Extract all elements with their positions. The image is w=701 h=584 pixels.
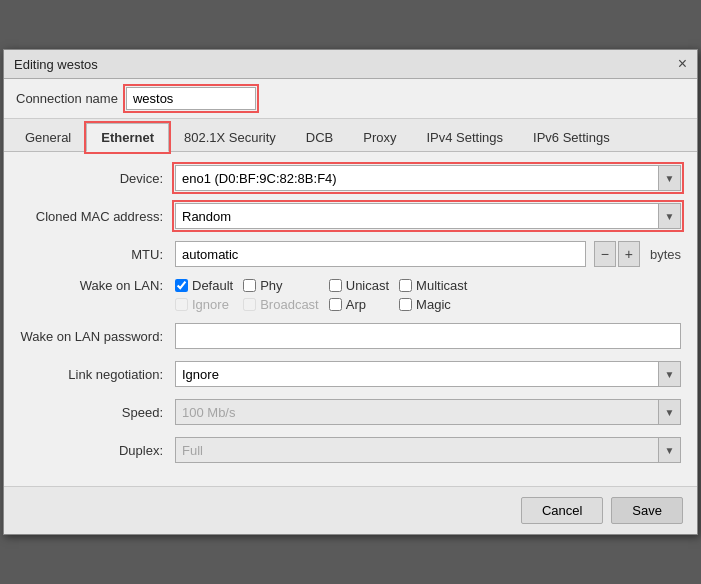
duplex-select-wrapper: Full Half ▼ xyxy=(175,437,681,463)
duplex-dropdown-btn: ▼ xyxy=(658,438,680,462)
save-button[interactable]: Save xyxy=(611,497,683,524)
wake-arp-checkbox[interactable] xyxy=(329,298,342,311)
wake-pass-row: Wake on LAN password: xyxy=(20,322,681,350)
mtu-buttons: − + xyxy=(594,241,640,267)
link-neg-label: Link negotiation: xyxy=(20,367,175,382)
mtu-control: − + bytes xyxy=(175,241,681,267)
speed-control: 100 Mb/s ▼ xyxy=(175,399,681,425)
wake-ignore-checkbox xyxy=(175,298,188,311)
speed-select-wrapper: 100 Mb/s ▼ xyxy=(175,399,681,425)
device-input-wrapper: ▼ xyxy=(175,165,681,191)
wake-multicast-checkbox[interactable] xyxy=(399,279,412,292)
wake-ignore-label: Ignore xyxy=(192,297,229,312)
wake-lan-label: Wake on LAN: xyxy=(20,278,175,293)
content-area: Device: ▼ Cloned MAC address: ▼ MTU: xyxy=(4,152,697,486)
speed-row: Speed: 100 Mb/s ▼ xyxy=(20,398,681,426)
wake-default-label: Default xyxy=(192,278,233,293)
bytes-label: bytes xyxy=(650,247,681,262)
wake-multicast: Multicast xyxy=(399,278,467,293)
tab-bar: General Ethernet 802.1X Security DCB Pro… xyxy=(4,119,697,152)
duplex-select: Full Half xyxy=(176,438,658,462)
wake-broadcast-label: Broadcast xyxy=(260,297,319,312)
tab-ipv6[interactable]: IPv6 Settings xyxy=(518,123,625,151)
speed-select: 100 Mb/s xyxy=(176,400,658,424)
wake-unicast-label: Unicast xyxy=(346,278,389,293)
connection-name-input[interactable] xyxy=(126,87,256,110)
wake-broadcast: Broadcast xyxy=(243,297,319,312)
title-bar: Editing westos × xyxy=(4,50,697,79)
cloned-mac-input-wrapper: ▼ xyxy=(175,203,681,229)
connection-name-row: Connection name xyxy=(4,79,697,119)
footer: Cancel Save xyxy=(4,486,697,534)
wake-default-checkbox[interactable] xyxy=(175,279,188,292)
duplex-control: Full Half ▼ xyxy=(175,437,681,463)
speed-label: Speed: xyxy=(20,405,175,420)
wake-checkboxes: Default Phy Unicast Multicast xyxy=(175,278,467,312)
tab-ethernet[interactable]: Ethernet xyxy=(86,123,169,152)
device-label: Device: xyxy=(20,171,175,186)
mtu-input-wrapper xyxy=(175,241,586,267)
wake-default: Default xyxy=(175,278,233,293)
dialog: Editing westos × Connection name General… xyxy=(3,49,698,535)
cloned-mac-label: Cloned MAC address: xyxy=(20,209,175,224)
wake-lan-control: Default Phy Unicast Multicast xyxy=(175,278,681,312)
wake-broadcast-checkbox xyxy=(243,298,256,311)
wake-arp-label: Arp xyxy=(346,297,366,312)
wake-pass-input[interactable] xyxy=(175,323,681,349)
device-row: Device: ▼ xyxy=(20,164,681,192)
wake-phy: Phy xyxy=(243,278,319,293)
link-neg-row: Link negotiation: Ignore Automatic ▼ xyxy=(20,360,681,388)
wake-unicast: Unicast xyxy=(329,278,389,293)
wake-magic-checkbox[interactable] xyxy=(399,298,412,311)
dialog-title: Editing westos xyxy=(14,57,98,72)
duplex-label: Duplex: xyxy=(20,443,175,458)
wake-magic-label: Magic xyxy=(416,297,451,312)
wake-magic: Magic xyxy=(399,297,467,312)
device-dropdown-btn[interactable]: ▼ xyxy=(658,166,680,190)
mtu-input[interactable] xyxy=(182,247,579,262)
tab-ipv4[interactable]: IPv4 Settings xyxy=(411,123,518,151)
wake-arp: Arp xyxy=(329,297,389,312)
wake-phy-checkbox[interactable] xyxy=(243,279,256,292)
wake-multicast-label: Multicast xyxy=(416,278,467,293)
wake-ignore: Ignore xyxy=(175,297,233,312)
link-neg-control: Ignore Automatic ▼ xyxy=(175,361,681,387)
mtu-decrement-btn[interactable]: − xyxy=(594,241,616,267)
mtu-label: MTU: xyxy=(20,247,175,262)
close-button[interactable]: × xyxy=(678,56,687,72)
mtu-row: MTU: − + bytes xyxy=(20,240,681,268)
tab-general[interactable]: General xyxy=(10,123,86,151)
cloned-mac-row: Cloned MAC address: ▼ xyxy=(20,202,681,230)
tab-802-1x[interactable]: 802.1X Security xyxy=(169,123,291,151)
link-neg-select[interactable]: Ignore Automatic xyxy=(176,362,658,386)
duplex-row: Duplex: Full Half ▼ xyxy=(20,436,681,464)
cloned-mac-input[interactable] xyxy=(176,204,658,228)
tab-dcb[interactable]: DCB xyxy=(291,123,348,151)
cloned-mac-control: ▼ xyxy=(175,203,681,229)
wake-unicast-checkbox[interactable] xyxy=(329,279,342,292)
wake-lan-row: Wake on LAN: Default Phy Unicast xyxy=(20,278,681,312)
connection-name-label: Connection name xyxy=(16,91,118,106)
link-neg-dropdown-btn[interactable]: ▼ xyxy=(658,362,680,386)
speed-dropdown-btn: ▼ xyxy=(658,400,680,424)
wake-phy-label: Phy xyxy=(260,278,282,293)
wake-pass-label: Wake on LAN password: xyxy=(20,329,175,344)
wake-pass-control xyxy=(175,323,681,349)
device-input[interactable] xyxy=(176,166,658,190)
cancel-button[interactable]: Cancel xyxy=(521,497,603,524)
cloned-mac-dropdown-btn[interactable]: ▼ xyxy=(658,204,680,228)
tab-proxy[interactable]: Proxy xyxy=(348,123,411,151)
device-control: ▼ xyxy=(175,165,681,191)
mtu-increment-btn[interactable]: + xyxy=(618,241,640,267)
link-neg-select-wrapper: Ignore Automatic ▼ xyxy=(175,361,681,387)
